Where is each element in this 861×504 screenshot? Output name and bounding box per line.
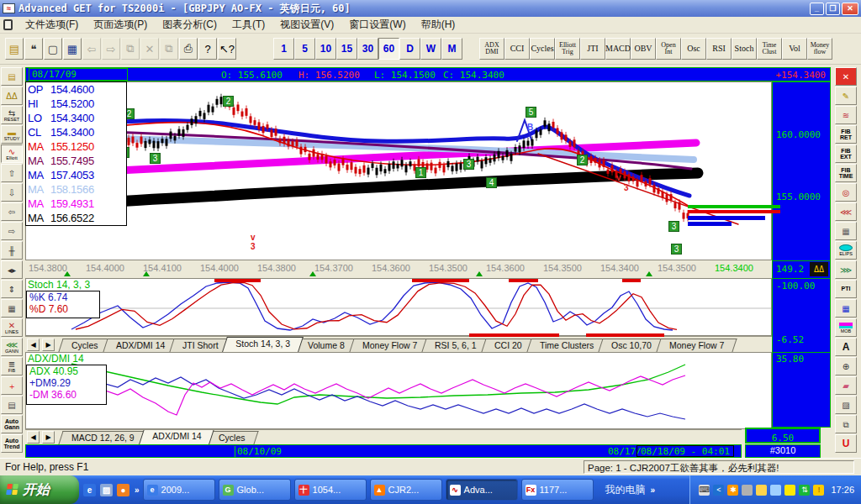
study-button-macd[interactable]: MACD	[605, 38, 631, 60]
text-label-button[interactable]: A	[835, 338, 857, 356]
compress-horizontal-icon[interactable]: ◂▸	[1, 260, 23, 279]
display-tray-icon[interactable]	[784, 485, 795, 496]
fan-lines-icon[interactable]: ⋘	[835, 202, 857, 221]
blue-grid-icon[interactable]: ▦	[835, 299, 857, 318]
reset-button[interactable]: ⇆RESET	[1, 106, 23, 124]
timeframe-button-30[interactable]: 30	[357, 38, 378, 60]
properties-icon[interactable]: ▤	[1, 396, 23, 414]
alert-tray-icon[interactable]: !	[813, 485, 824, 496]
tab-volume-8[interactable]: Volume 8	[295, 339, 358, 352]
fib-circle-icon[interactable]: ◎	[835, 183, 857, 202]
timeframe-button-60[interactable]: 60	[378, 38, 399, 60]
restore-button[interactable]: ❐	[826, 3, 840, 15]
auto-trend-button[interactable]: Auto Trend	[1, 434, 23, 453]
print-icon[interactable]: ⎙	[179, 38, 198, 60]
chart-settings-icon[interactable]: ΔΔ	[810, 262, 828, 276]
study-button-obv[interactable]: OBV	[631, 38, 656, 60]
menu-c[interactable]: 图表分析(C)	[155, 16, 224, 34]
task-adva[interactable]: ∿Adva...	[446, 479, 518, 501]
tab-scroll-left[interactable]: ◀	[27, 339, 40, 351]
study-button-adx-dmi[interactable]: ADX DMI	[479, 38, 504, 60]
desktop-quicklaunch-icon[interactable]: ▨	[100, 484, 113, 496]
menu-f[interactable]: 文件选项(F)	[18, 16, 86, 34]
elliott-button[interactable]: ∿Elliott	[1, 144, 23, 163]
save-icon[interactable]: ▦	[63, 38, 82, 60]
timeframe-button-1[interactable]: 1	[273, 38, 294, 60]
tab-money-flow-7[interactable]: Money Flow 7	[349, 339, 430, 352]
study-button-stoch[interactable]: Stoch	[732, 38, 757, 60]
child-window-icon[interactable]	[3, 19, 13, 30]
study-button-elliott-trig[interactable]: Elliott Trig	[555, 38, 580, 60]
menu-p[interactable]: 页面选项(P)	[86, 16, 155, 34]
bar-spacing-icon[interactable]: ╫	[1, 241, 23, 260]
timeframe-button-10[interactable]: 10	[315, 38, 336, 60]
scales-icon[interactable]: ΔΔ	[1, 87, 23, 105]
arrow-left-icon[interactable]: ⇦	[1, 202, 23, 221]
dots-grid-icon[interactable]: ▦	[1, 299, 23, 318]
timeframe-button-W[interactable]: W	[420, 38, 441, 60]
pti-button[interactable]: PTI	[835, 280, 857, 298]
tab-adx-dmi-14[interactable]: ADX/DMI 14	[103, 339, 178, 352]
task-glob[interactable]: GGlob...	[219, 479, 291, 501]
new-page-icon[interactable]: ▢	[44, 38, 62, 60]
mob-button[interactable]: MOB	[835, 318, 857, 337]
timeframe-button-15[interactable]: 15	[336, 38, 357, 60]
timeframe-button-M[interactable]: M	[441, 38, 462, 60]
tab-time-clusters[interactable]: Time Clusters	[526, 339, 607, 352]
auto-gann-button[interactable]: Auto Gann	[1, 415, 23, 433]
arrow-down-icon[interactable]: ⇩	[1, 183, 23, 202]
arrow-up-icon[interactable]: ⇧	[1, 164, 23, 182]
magnet-button[interactable]: U	[835, 434, 857, 453]
task-cjr2[interactable]: ▲CJR2...	[370, 479, 442, 501]
study-button[interactable]: ▬STUDY	[1, 125, 23, 144]
menu-h[interactable]: 帮助(H)	[414, 16, 463, 34]
angle-lines-icon[interactable]: ⋙	[835, 260, 857, 279]
annotation-note-icon[interactable]: ▤	[5, 38, 24, 60]
zoom-in-button[interactable]: ⊕	[835, 357, 857, 375]
task-1054[interactable]: 十1054...	[294, 479, 367, 501]
keyboard-tray-icon[interactable]: ⌨	[699, 485, 710, 496]
fib-extension-button[interactable]: FIB EXT	[835, 144, 857, 163]
tab-stoch-14-3-3[interactable]: Stoch 14, 3, 3	[223, 337, 304, 352]
context-help-icon[interactable]: ↖?	[218, 38, 236, 60]
timeframe-button-5[interactable]: 5	[294, 38, 315, 60]
crosshair-icon[interactable]: ＋	[1, 376, 23, 395]
task-1177[interactable]: Fx1177...	[521, 479, 594, 501]
arrow-right-icon[interactable]: ⇨	[1, 222, 23, 240]
study-button-money-flow[interactable]: Money flow	[807, 38, 832, 60]
study-button-cci[interactable]: CCI	[504, 38, 530, 60]
start-button[interactable]: 开始	[0, 475, 79, 504]
ie-quicklaunch-icon[interactable]: e	[83, 484, 96, 496]
quotes-icon[interactable]: ❝	[24, 38, 43, 60]
menu-w[interactable]: 窗口设置(W)	[341, 16, 413, 34]
study-button-time-clust[interactable]: Time Clust	[757, 38, 782, 60]
eraser-icon[interactable]: ▰	[835, 376, 857, 395]
security-tray-icon[interactable]: ✱	[727, 485, 738, 496]
tab-osc-10-70[interactable]: Osc 10,70	[598, 339, 664, 352]
menu-v[interactable]: 视图设置(V)	[272, 16, 341, 34]
audio-tray-icon[interactable]	[770, 485, 781, 496]
ime-tray-icon[interactable]: <	[713, 485, 724, 496]
tab-cycles[interactable]: Cycles	[205, 431, 258, 444]
pattern-fill-icon[interactable]: ▨	[835, 396, 857, 414]
date-scroll-bar[interactable]: 08/10/09 08/17/ 08/18/09 - 04:01	[25, 444, 742, 458]
close-chart-button[interactable]: ✕	[835, 67, 857, 86]
fib-levels-button[interactable]: ≣FIB	[1, 357, 23, 375]
pencil-icon[interactable]: ✎	[835, 87, 857, 105]
chart-tab-scroll-left[interactable]: ◀	[27, 431, 40, 444]
my-computer-toolbar[interactable]: 我的电脑	[605, 483, 646, 497]
chart-tab-scroll-right[interactable]: ▶	[42, 431, 55, 444]
study-button-cycles[interactable]: Cycles	[530, 38, 555, 60]
lines-button[interactable]: ✕LINES	[1, 318, 23, 337]
multi-trendline-icon[interactable]: ≋	[835, 106, 857, 124]
task-2009[interactable]: e2009...	[143, 479, 215, 501]
pet-tray-icon[interactable]	[756, 485, 767, 496]
tab-money-flow-7[interactable]: Money Flow 7	[656, 339, 737, 352]
gann-button[interactable]: ⋘GANN	[1, 338, 23, 356]
menu-t[interactable]: 工具(T)	[224, 16, 272, 34]
toolbar-overflow-chevron[interactable]: »	[651, 486, 656, 495]
tab-macd-12-26-9[interactable]: MACD 12, 26, 9	[58, 431, 147, 444]
tab-scroll-right[interactable]: ▶	[42, 339, 55, 351]
timeframe-button-D[interactable]: D	[399, 38, 420, 60]
tab-rsi-5-6-1[interactable]: RSI 5, 6, 1	[422, 339, 490, 352]
